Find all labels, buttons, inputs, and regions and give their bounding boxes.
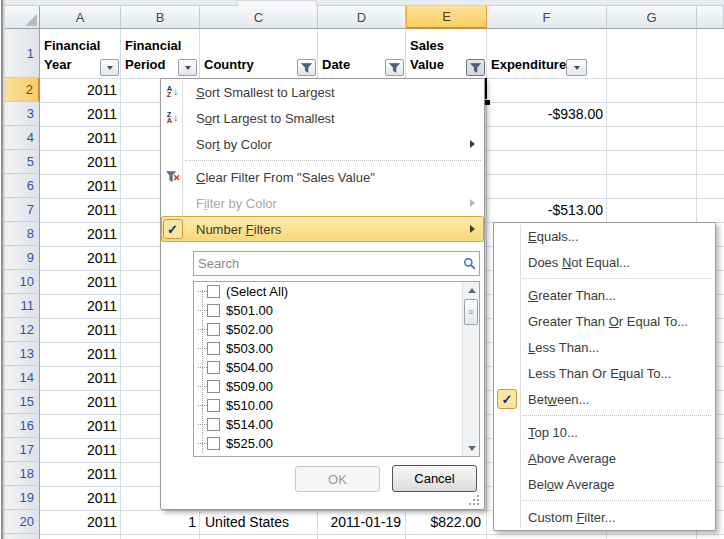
cell-f3[interactable]: -$938.00 [487, 102, 607, 126]
cell-a7[interactable]: 2011 [40, 198, 121, 222]
list-scrollbar[interactable]: ≡ [462, 282, 479, 456]
cell-b20[interactable]: 1 [121, 510, 200, 534]
menu-item-clear-filter-from-sales-value[interactable]: Clear Filter From "Sales Value" [161, 164, 484, 190]
cancel-button[interactable]: Cancel [392, 465, 477, 492]
cell-a6[interactable]: 2011 [40, 174, 121, 198]
menu-item-sort-by-color[interactable]: Sort by Color [161, 131, 484, 157]
menu-item-greater-than-or-equal-to[interactable]: Greater Than Or Equal To... [494, 308, 715, 334]
checkbox[interactable] [207, 380, 220, 393]
cell-a8[interactable]: 2011 [40, 222, 121, 246]
menu-item-greater-than[interactable]: Greater Than... [494, 282, 715, 308]
filter-value-row[interactable]: $510.00 [194, 396, 479, 415]
column-header-e[interactable]: E [406, 6, 487, 29]
menu-item-filter-by-color[interactable]: Filter by Color [161, 190, 484, 216]
filter-value-row[interactable]: $525.00 [194, 434, 479, 453]
column-header-f[interactable]: F [487, 6, 607, 29]
filter-value-row[interactable]: $502.00 [194, 320, 479, 339]
row-header-12[interactable]: 12 [5, 318, 40, 342]
menu-item-sort-largest-to-smallest[interactable]: ZA↓Sort Largest to Smallest [161, 105, 484, 131]
filter-button-expenditure[interactable] [566, 59, 587, 76]
menu-item-below-average[interactable]: Below Average [494, 471, 715, 497]
row-header-16[interactable]: 16 [5, 414, 40, 438]
filter-button-country[interactable] [297, 59, 316, 76]
checkbox[interactable] [207, 304, 220, 317]
header-cell-expenditure[interactable]: Expenditure [487, 29, 607, 78]
filter-button-sales-value[interactable] [466, 59, 485, 76]
filter-value-row[interactable]: $503.00 [194, 339, 479, 358]
filter-value-row[interactable]: $509.00 [194, 377, 479, 396]
row-header-5[interactable]: 5 [5, 150, 40, 174]
row-header-1[interactable]: 1 [5, 29, 40, 78]
row-header-21[interactable] [5, 534, 40, 539]
cell-a13[interactable]: 2011 [40, 342, 121, 366]
checkbox[interactable] [207, 342, 220, 355]
filter-value-row[interactable]: $514.00 [194, 415, 479, 434]
cell-c20[interactable]: United States [200, 510, 318, 534]
checkbox[interactable] [207, 437, 220, 450]
menu-item-less-than[interactable]: Less Than... [494, 334, 715, 360]
column-header-g[interactable]: G [607, 6, 697, 29]
resize-grip[interactable] [468, 494, 480, 506]
menu-item-number-filters[interactable]: ✓Number Filters [161, 216, 484, 242]
scrollbar-up-button[interactable] [463, 282, 480, 298]
checkbox[interactable] [207, 418, 220, 431]
row-header-8[interactable]: 8 [5, 222, 40, 246]
ok-button[interactable]: OK [295, 466, 380, 492]
column-header-a[interactable]: A [40, 6, 121, 29]
cell-f7[interactable]: -$513.00 [487, 198, 607, 222]
row-header-17[interactable]: 17 [5, 438, 40, 462]
row-header-15[interactable]: 15 [5, 390, 40, 414]
row-header-6[interactable]: 6 [5, 174, 40, 198]
row-header-14[interactable]: 14 [5, 366, 40, 390]
menu-item-above-average[interactable]: Above Average [494, 445, 715, 471]
cell-a5[interactable]: 2011 [40, 150, 121, 174]
menu-item-sort-smallest-to-largest[interactable]: AZ↓Sort Smallest to Largest [161, 79, 484, 105]
row-header-7[interactable]: 7 [5, 198, 40, 222]
menu-item-top-10[interactable]: Top 10... [494, 419, 715, 445]
select-all-corner[interactable] [5, 6, 40, 29]
filter-value-row-partial[interactable] [194, 453, 479, 457]
scrollbar-down-button[interactable] [463, 440, 480, 456]
filter-value-row[interactable]: $504.00 [194, 358, 479, 377]
filter-button-date[interactable] [385, 59, 404, 76]
row-header-10[interactable]: 10 [5, 270, 40, 294]
cell-a17[interactable]: 2011 [40, 438, 121, 462]
row-header-13[interactable]: 13 [5, 342, 40, 366]
checkbox[interactable] [207, 361, 220, 374]
filter-button-financial-period[interactable] [178, 59, 197, 76]
column-header-c[interactable]: C [200, 6, 318, 29]
cell-a15[interactable]: 2011 [40, 390, 121, 414]
row-header-9[interactable]: 9 [5, 246, 40, 270]
filter-button-financial-year[interactable] [100, 59, 119, 76]
column-header-d[interactable]: D [318, 6, 406, 29]
cell-a4[interactable]: 2011 [40, 126, 121, 150]
cell-a10[interactable]: 2011 [40, 270, 121, 294]
menu-item-between[interactable]: ✓Between... [494, 386, 715, 412]
filter-value-row[interactable]: $501.00 [194, 301, 479, 320]
cell-a9[interactable]: 2011 [40, 246, 121, 270]
cell-e20[interactable]: $822.00 [406, 510, 487, 534]
menu-item-custom-filter[interactable]: Custom Filter... [494, 504, 715, 530]
menu-item-equals[interactable]: Equals... [494, 223, 715, 249]
column-header-b[interactable]: B [121, 6, 200, 29]
cell-a19[interactable]: 2011 [40, 486, 121, 510]
checkbox[interactable] [207, 323, 220, 336]
cell-a20[interactable]: 2011 [40, 510, 121, 534]
scrollbar-thumb[interactable]: ≡ [464, 299, 478, 325]
checkbox[interactable] [207, 456, 220, 457]
menu-item-less-than-or-equal-to[interactable]: Less Than Or Equal To... [494, 360, 715, 386]
cell-d20[interactable]: 2011-01-19 [318, 510, 406, 534]
cell-a16[interactable]: 2011 [40, 414, 121, 438]
cell-a3[interactable]: 2011 [40, 102, 121, 126]
row-header-2[interactable]: 2 [5, 78, 40, 102]
row-header-19[interactable]: 19 [5, 486, 40, 510]
row-header-4[interactable]: 4 [5, 126, 40, 150]
checkbox[interactable] [207, 285, 220, 298]
row-header-20[interactable]: 20 [5, 510, 40, 534]
cell-a2[interactable]: 2011 [40, 78, 121, 102]
search-input[interactable] [194, 256, 459, 271]
checkbox[interactable] [207, 399, 220, 412]
cell-a12[interactable]: 2011 [40, 318, 121, 342]
filter-value-row[interactable]: (Select All) [194, 282, 479, 301]
menu-item-does-not-equal[interactable]: Does Not Equal... [494, 249, 715, 275]
